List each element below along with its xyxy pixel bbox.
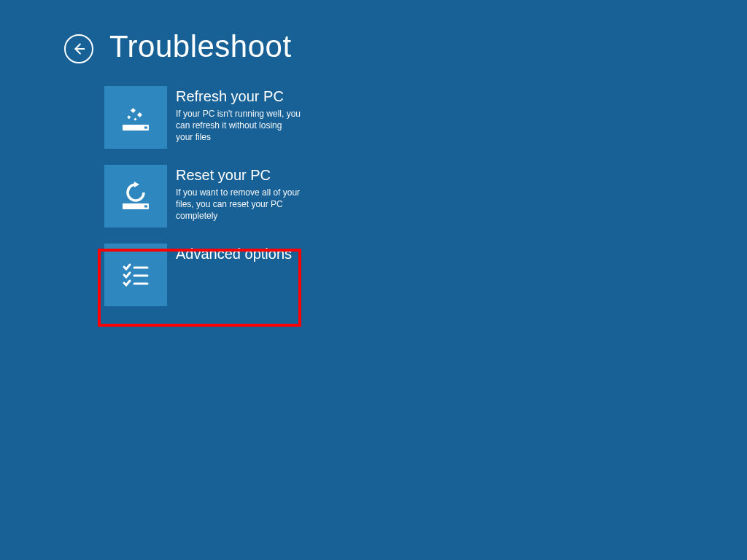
back-button[interactable]	[64, 34, 93, 63]
tile-description: If you want to remove all of your files,…	[176, 187, 301, 222]
tile-text: Advanced options	[167, 244, 301, 265]
tile-text: Refresh your PC If your PC isn't running…	[167, 86, 301, 144]
svg-marker-9	[134, 182, 139, 187]
header: Troubleshoot	[64, 29, 747, 64]
svg-rect-6	[133, 117, 136, 120]
arrow-left-icon	[71, 41, 87, 57]
tile-title: Reset your PC	[176, 166, 301, 184]
tile-reset-pc[interactable]: Reset your PC If you want to remove all …	[104, 165, 301, 228]
reset-pc-icon	[104, 165, 167, 228]
page-title: Troubleshoot	[109, 29, 292, 64]
svg-rect-4	[137, 112, 142, 117]
tile-description: If your PC isn't running well, you can r…	[176, 108, 301, 144]
tile-text: Reset your PC If you want to remove all …	[167, 165, 301, 222]
tile-advanced-options[interactable]: Advanced options	[104, 244, 301, 306]
options-list: Refresh your PC If your PC isn't running…	[104, 86, 316, 306]
svg-rect-2	[144, 127, 147, 129]
tile-title: Refresh your PC	[176, 88, 301, 105]
refresh-pc-icon	[104, 86, 167, 149]
tile-title: Advanced options	[176, 245, 301, 262]
troubleshoot-screen: Troubleshoot Refresh your PC If	[0, 0, 747, 560]
tile-refresh-pc[interactable]: Refresh your PC If your PC isn't running…	[104, 86, 301, 149]
svg-rect-3	[131, 108, 136, 113]
advanced-options-icon	[104, 244, 167, 306]
svg-rect-8	[144, 206, 147, 208]
svg-rect-5	[127, 115, 131, 119]
